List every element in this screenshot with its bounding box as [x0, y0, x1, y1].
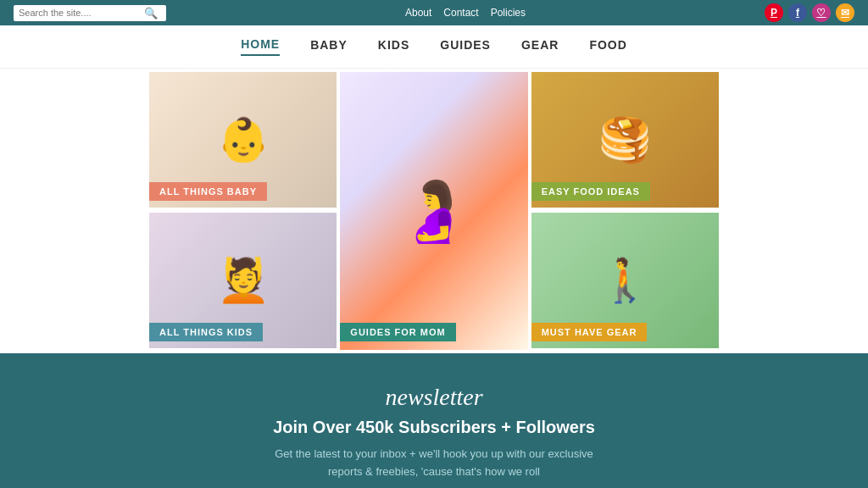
mom-label: GUIDES FOR MOM — [340, 323, 455, 341]
photo-grid: 👶 ALL THINGS BABY 🤰 GUIDES FOR MOM 🥞 EAS… — [0, 69, 868, 353]
search-area: 🔍 — [14, 5, 166, 21]
nav-guides[interactable]: GUIDES — [440, 38, 491, 55]
top-navigation: 🔍 About Contact Policies P f ♡ ✉ — [0, 0, 868, 25]
grid-item-food[interactable]: 🥞 EASY FOOD IDEAS — [531, 72, 719, 209]
email-icon[interactable]: ✉ — [836, 3, 854, 22]
newsletter-subtext: Get the latest to your inbox + we'll hoo… — [17, 446, 851, 481]
mom-photo: 🤰 — [340, 72, 527, 350]
social-icons: P f ♡ ✉ — [765, 3, 854, 22]
kids-label: ALL THINGS KIDS — [149, 323, 263, 341]
nav-kids[interactable]: KIDS — [378, 38, 409, 55]
gear-label: MUST HAVE GEAR — [531, 323, 648, 341]
nav-food[interactable]: FOOD — [589, 38, 626, 55]
instagram-icon[interactable]: ♡ — [812, 3, 831, 22]
top-links: About Contact Policies — [405, 7, 526, 19]
pinterest-icon[interactable]: P — [765, 3, 783, 22]
search-button[interactable]: 🔍 — [144, 7, 158, 19]
facebook-icon[interactable]: f — [788, 3, 807, 22]
main-navigation: HOME BABY KIDS GUIDES GEAR FOOD — [0, 25, 868, 69]
newsletter-script-title: newsletter — [17, 384, 851, 411]
grid-item-mom[interactable]: 🤰 GUIDES FOR MOM — [340, 72, 527, 350]
grid-item-baby[interactable]: 👶 ALL THINGS BABY — [149, 72, 337, 209]
policies-link[interactable]: Policies — [491, 7, 526, 19]
contact-link[interactable]: Contact — [443, 7, 478, 19]
nav-gear[interactable]: GEAR — [521, 38, 559, 55]
newsletter-heading: Join Over 450k Subscribers + Followers — [17, 418, 851, 437]
food-label: EASY FOOD IDEAS — [531, 182, 650, 201]
nav-baby[interactable]: BABY — [310, 38, 348, 55]
newsletter-section: newsletter Join Over 450k Subscribers + … — [0, 353, 868, 488]
search-input[interactable] — [19, 8, 144, 18]
grid-item-gear[interactable]: 🚶 MUST HAVE GEAR — [531, 213, 719, 350]
about-link[interactable]: About — [405, 7, 431, 19]
grid-item-kids[interactable]: 💆 ALL THINGS KIDS — [149, 213, 337, 350]
baby-label: ALL THINGS BABY — [149, 182, 267, 201]
nav-home[interactable]: HOME — [241, 37, 280, 56]
